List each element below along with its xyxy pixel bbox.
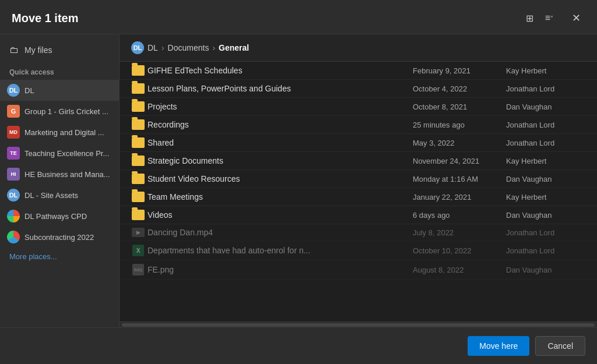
sidebar-item-dl-pathways-label: DL Pathways CPD [24, 212, 87, 221]
file-row[interactable]: Projects October 8, 2021 Dan Vaughan [120, 98, 597, 116]
main-area: DL DL › Documents › General GIFHE EdTech… [120, 34, 597, 327]
breadcrumb: DL DL › Documents › General [120, 34, 597, 62]
layout-icon-button[interactable]: ⊞ [524, 10, 536, 26]
file-row[interactable]: Videos 6 days ago Dan Vaughan [120, 206, 597, 224]
more-places-link[interactable]: More places... [0, 248, 119, 266]
video-file-icon: ▶ [132, 228, 145, 237]
file-list-container: GIFHE EdTech Schedules February 9, 2021 … [120, 62, 597, 321]
close-button[interactable]: ✕ [567, 9, 585, 27]
file-author: Kay Herbert [506, 193, 588, 202]
breadcrumb-avatar: DL [131, 41, 144, 54]
sidebar-item-girls-cricket-label: Group 1 - Girls Cricket ... [24, 107, 108, 116]
file-name: Team Meetings [148, 192, 413, 202]
file-row[interactable]: Team Meetings January 22, 2021 Kay Herbe… [120, 188, 597, 206]
sidebar-item-dl-assets[interactable]: DL DL - Site Assets [0, 185, 119, 206]
file-author: Jonathan Lord [506, 121, 588, 129]
file-icon-cell [129, 137, 148, 148]
file-author: Dan Vaughan [506, 175, 588, 183]
file-name: Projects [148, 102, 413, 111]
sidebar-item-marketing[interactable]: MD Marketing and Digital ... [0, 122, 119, 143]
file-author: Kay Herbert [506, 157, 588, 165]
folder-icon [132, 137, 145, 148]
folder-icon [132, 119, 145, 130]
sidebar-item-dl-label: DL [24, 86, 34, 95]
file-name: Dancing Dan.mp4 [148, 228, 413, 237]
sidebar-item-girls-cricket[interactable]: G Group 1 - Girls Cricket ... [0, 101, 119, 122]
header-icons: ⊞ ≡ ˅ ✕ [524, 9, 585, 27]
file-name: Student Video Resources [148, 174, 413, 183]
file-row[interactable]: Recordings 25 minutes ago Jonathan Lord [120, 116, 597, 134]
file-date: October 4, 2022 [413, 84, 506, 93]
excel-file-icon: X [132, 245, 144, 256]
sidebar-item-dl[interactable]: DL DL [0, 80, 119, 101]
file-author: Jonathan Lord [506, 84, 588, 93]
file-author: Jonathan Lord [506, 246, 588, 255]
file-row[interactable]: Student Video Resources Monday at 1:16 A… [120, 170, 597, 188]
horizontal-scrollbar[interactable] [120, 321, 597, 327]
file-icon-cell [129, 83, 148, 94]
folder-icon [132, 101, 145, 112]
breadcrumb-documents[interactable]: Documents [168, 43, 209, 52]
sidebar-item-he-business[interactable]: HI HE Business and Mana... [0, 164, 119, 185]
scrollbar-track [122, 323, 595, 327]
cancel-button[interactable]: Cancel [535, 336, 585, 356]
file-icon-cell [129, 65, 148, 76]
breadcrumb-sep2: › [212, 43, 215, 52]
file-date: November 24, 2021 [413, 157, 506, 165]
file-date: 25 minutes ago [413, 121, 506, 129]
sidebar-item-marketing-label: Marketing and Digital ... [24, 128, 104, 137]
png-file-icon: IMG [132, 264, 144, 275]
file-name: Shared [148, 138, 413, 147]
file-row[interactable]: Lesson Plans, PowerPoints and Guides Oct… [120, 80, 597, 98]
file-icon-cell [129, 174, 148, 184]
my-files-label: My files [24, 45, 52, 55]
dl-pathways-icon [7, 210, 20, 222]
breadcrumb-dl[interactable]: DL [148, 43, 158, 52]
file-icon-cell [129, 192, 148, 202]
file-author: Jonathan Lord [506, 139, 588, 147]
file-rows: GIFHE EdTech Schedules February 9, 2021 … [120, 62, 597, 280]
file-name: FE.png [148, 265, 413, 274]
breadcrumb-general: General [219, 43, 249, 52]
file-name: Strategic Documents [148, 156, 413, 165]
file-row[interactable]: Shared May 3, 2022 Jonathan Lord [120, 134, 597, 152]
file-icon-cell: X [129, 245, 148, 256]
teaching-icon: TE [7, 147, 20, 160]
girls-cricket-icon: G [7, 105, 20, 118]
file-name: Departments that have had auto-enrol for… [148, 246, 413, 255]
menu-icon-button[interactable]: ≡ ˅ [543, 10, 556, 26]
file-date: October 10, 2022 [413, 246, 506, 255]
breadcrumb-sep1: › [161, 43, 164, 52]
he-business-icon: HI [7, 168, 20, 181]
quick-access-label: Quick access [0, 61, 119, 80]
file-name: Lesson Plans, PowerPoints and Guides [148, 84, 413, 93]
file-date: July 8, 2022 [413, 228, 506, 237]
file-name: GIFHE EdTech Schedules [148, 66, 413, 75]
folder-icon [132, 65, 145, 76]
sidebar-my-files[interactable]: 🗀 My files [0, 39, 119, 61]
file-row[interactable]: GIFHE EdTech Schedules February 9, 2021 … [120, 62, 597, 80]
file-date: Monday at 1:16 AM [413, 175, 506, 183]
sidebar-item-subcontracting[interactable]: Subcontracting 2022 [0, 227, 119, 248]
file-date: February 9, 2021 [413, 66, 506, 75]
sidebar: 🗀 My files Quick access DL DL G Group 1 … [0, 34, 120, 327]
sidebar-item-subcontracting-label: Subcontracting 2022 [24, 233, 94, 242]
file-date: January 22, 2021 [413, 193, 506, 202]
file-icon-cell [129, 156, 148, 166]
file-author: Dan Vaughan [506, 266, 588, 274]
folder-icon [132, 174, 145, 184]
file-icon-cell [129, 119, 148, 130]
sidebar-item-he-business-label: HE Business and Mana... [24, 170, 110, 179]
sidebar-item-teaching[interactable]: TE Teaching Excellence Pr... [0, 143, 119, 164]
sidebar-item-dl-pathways[interactable]: DL Pathways CPD [0, 206, 119, 227]
file-row[interactable]: Strategic Documents November 24, 2021 Ka… [120, 152, 597, 170]
move-here-button[interactable]: Move here [468, 336, 529, 356]
file-icon-cell [129, 210, 148, 220]
file-icon-cell [129, 101, 148, 112]
folder-icon [132, 210, 145, 220]
file-icon-cell: IMG [129, 264, 148, 275]
folder-icon [132, 192, 145, 202]
dl-avatar: DL [7, 84, 20, 97]
my-files-folder-icon: 🗀 [9, 45, 19, 55]
file-name: Videos [148, 210, 413, 220]
